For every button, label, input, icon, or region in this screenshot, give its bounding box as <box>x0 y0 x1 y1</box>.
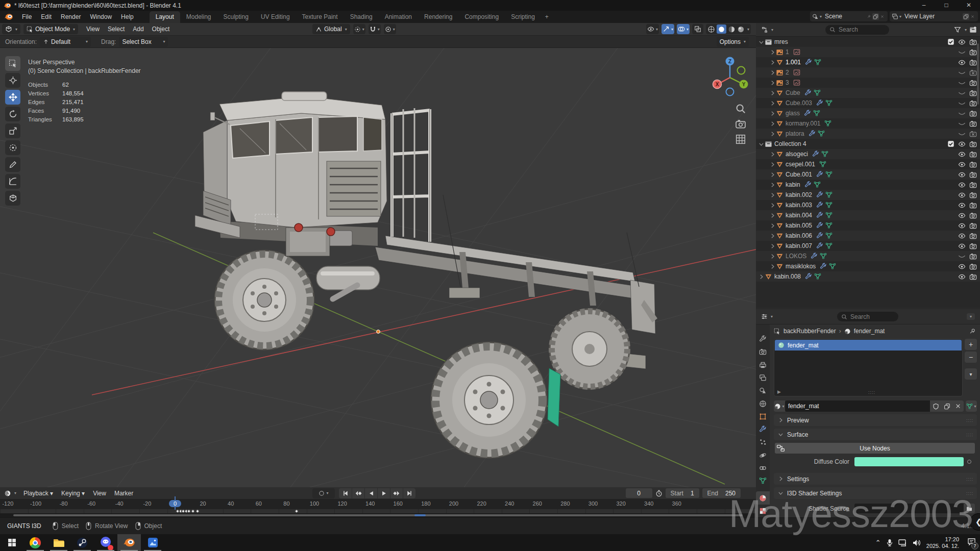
timeline-menu-marker[interactable]: Marker <box>110 490 137 497</box>
render-camera-icon[interactable] <box>969 273 977 281</box>
object-name[interactable]: kabin.007 <box>786 242 812 249</box>
panel-preview[interactable]: Preview:::: <box>774 414 977 426</box>
menu-window[interactable]: Window <box>85 11 116 23</box>
menu-render[interactable]: Render <box>56 11 85 23</box>
options-dropdown[interactable]: Options ▾ <box>717 37 749 47</box>
animate-diffuse-button[interactable] <box>967 460 971 464</box>
render-disabled-icon[interactable] <box>969 69 977 77</box>
chevron-right-icon[interactable] <box>769 233 776 239</box>
object-name[interactable]: Cube <box>786 89 800 96</box>
tab-sculpting[interactable]: Sculpting <box>217 11 255 23</box>
chevron-right-icon[interactable] <box>769 120 776 127</box>
frame-start-field[interactable]: Start 1 <box>666 488 699 498</box>
notification-center[interactable]: 7 <box>967 538 976 547</box>
properties-tab-data[interactable] <box>756 474 770 487</box>
chevron-right-icon[interactable] <box>769 59 776 66</box>
scene-name[interactable]: Scene <box>822 13 866 20</box>
properties-options-dropdown[interactable]: ▾ <box>967 313 975 320</box>
object-name[interactable]: kormany.001 <box>786 120 820 127</box>
use-nodes-button[interactable]: Use Nodes <box>775 443 975 454</box>
xray-toggle[interactable] <box>692 24 703 34</box>
render-camera-icon[interactable] <box>969 79 977 87</box>
menu-file[interactable]: File <box>17 11 36 23</box>
tab-rendering[interactable]: Rendering <box>418 11 458 23</box>
viewport-menu-add[interactable]: Add <box>129 26 148 33</box>
chevron-right-icon[interactable] <box>769 69 776 76</box>
chevron-right-icon[interactable] <box>769 161 776 168</box>
chevron-right-icon[interactable] <box>769 202 776 209</box>
previous-keyframe-button[interactable] <box>352 488 364 498</box>
editor-type-button[interactable]: ▾ <box>2 24 20 34</box>
object-name[interactable]: 2 <box>786 69 789 76</box>
properties-tab-physics[interactable] <box>756 449 770 462</box>
object-name[interactable]: kabin.003 <box>786 202 812 209</box>
eye-open-icon[interactable] <box>958 242 966 250</box>
chevron-right-icon[interactable] <box>769 90 776 96</box>
object-name[interactable]: Collection 4 <box>774 140 806 147</box>
object-name[interactable]: kabin.004 <box>786 212 812 219</box>
add-workspace-button[interactable]: + <box>541 11 553 23</box>
outliner-row-kabin[interactable]: kabin <box>756 180 980 190</box>
current-frame-badge[interactable]: 0 <box>169 500 181 507</box>
chevron-right-icon[interactable] <box>769 243 776 249</box>
taskbar-blender[interactable] <box>117 534 141 551</box>
stopwatch-icon[interactable] <box>655 490 663 497</box>
eye-open-icon[interactable] <box>958 212 966 219</box>
timeline-ruler[interactable]: -120-100-80-60-40-2020406080100120140160… <box>0 499 756 509</box>
outliner-row-kabin-008[interactable]: kabin.008 <box>756 271 980 282</box>
outliner-row-kabin-004[interactable]: kabin.004 <box>756 210 980 220</box>
object-name[interactable]: Cube.001 <box>786 171 812 178</box>
taskbar-start[interactable] <box>0 534 23 551</box>
viewport-menu-object[interactable]: Object <box>148 26 174 33</box>
eye-open-icon[interactable] <box>958 140 966 148</box>
menu-help[interactable]: Help <box>116 11 138 23</box>
properties-tab-view-layer[interactable] <box>756 371 770 384</box>
render-camera-icon[interactable] <box>969 110 977 117</box>
shading-material-button[interactable] <box>728 26 736 33</box>
mode-dropdown[interactable]: Object Mode ▾ <box>23 24 78 34</box>
breadcrumb-object[interactable]: backRubberFender <box>783 328 836 335</box>
render-camera-icon[interactable] <box>969 171 977 179</box>
viewport-menu-select[interactable]: Select <box>104 26 129 33</box>
outliner-row-lokos[interactable]: LOKOS <box>756 251 980 261</box>
render-camera-icon[interactable] <box>969 222 977 230</box>
outliner-row-3[interactable]: 3 <box>756 78 980 88</box>
render-camera-icon[interactable] <box>969 212 977 219</box>
orientation-default-dropdown[interactable]: Default ▾ <box>40 37 91 47</box>
slot-list-expand[interactable]: ▶ <box>777 389 781 394</box>
render-camera-icon[interactable] <box>969 48 977 56</box>
render-camera-icon[interactable] <box>969 89 977 97</box>
outliner-row-1-001[interactable]: 1.001 <box>756 57 980 67</box>
properties-tab-tool[interactable] <box>756 333 770 345</box>
volume-icon[interactable] <box>913 539 921 546</box>
render-camera-icon[interactable] <box>969 99 977 107</box>
tool-select-box[interactable] <box>5 56 20 71</box>
outliner-row-kormany-001[interactable]: kormany.001 <box>756 118 980 129</box>
viewport-menu-view[interactable]: View <box>82 26 104 33</box>
chevron-right-icon[interactable] <box>769 171 776 178</box>
orthographic-grid-icon[interactable] <box>735 134 746 145</box>
render-camera-icon[interactable] <box>969 120 977 128</box>
object-name[interactable]: kabin.008 <box>774 273 801 280</box>
render-camera-icon[interactable] <box>969 232 977 240</box>
render-camera-icon[interactable] <box>969 59 977 66</box>
open-shader-file-button[interactable] <box>964 504 975 513</box>
menu-edit[interactable]: Edit <box>36 11 56 23</box>
overlays-toggle[interactable]: ▾ <box>677 24 690 34</box>
outliner-row-kabin-003[interactable]: kabin.003 <box>756 200 980 210</box>
shading-rendered-button[interactable] <box>737 26 745 33</box>
tab-texture-paint[interactable]: Texture Paint <box>296 11 344 23</box>
slot-specials-button[interactable]: ▾ <box>965 368 977 380</box>
drag-mode-dropdown[interactable]: Select Box ▾ <box>119 37 168 47</box>
material-name-field[interactable]: fender_mat <box>785 400 930 412</box>
slot-list-grip[interactable]: :::: <box>868 390 875 395</box>
chevron-right-icon[interactable] <box>769 110 776 117</box>
pin-icon[interactable] <box>866 13 872 20</box>
eye-open-icon[interactable] <box>958 151 966 158</box>
eye-closed-icon[interactable] <box>958 253 966 260</box>
render-camera-icon[interactable] <box>969 253 977 260</box>
play-reverse-button[interactable] <box>364 488 377 498</box>
render-camera-icon[interactable] <box>969 38 977 46</box>
view-layer-name[interactable]: View Layer <box>901 13 963 20</box>
play-button[interactable] <box>377 488 390 498</box>
